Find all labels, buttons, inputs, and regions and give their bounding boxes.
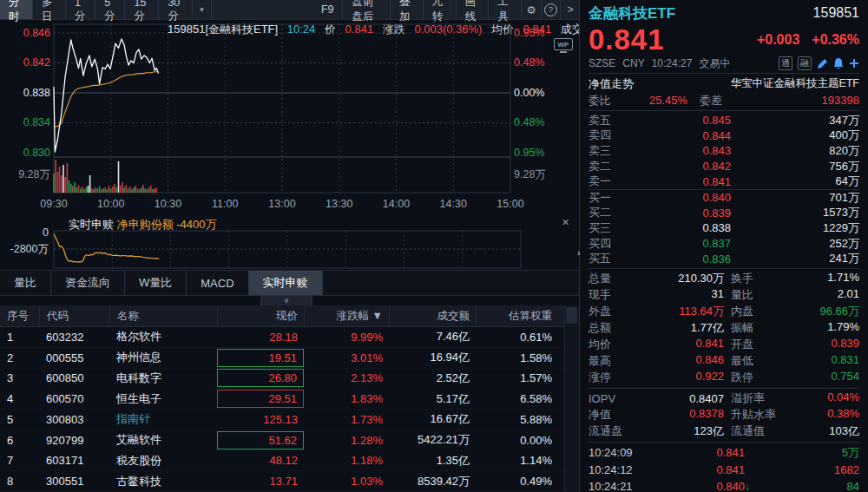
tab-MACD[interactable]: MACD [187, 271, 248, 295]
settings-gear-icon[interactable]: ⚙ [522, 0, 542, 19]
stock-name: 艾融软件 [109, 432, 217, 448]
toolbar-button-盘前盘后[interactable]: 盘前盘后 [343, 0, 391, 19]
period-tab-15分[interactable]: 15分 [125, 0, 159, 19]
col-header-估算权重[interactable]: 估算权重 [476, 305, 558, 326]
tick-volume: 1682 [757, 463, 859, 476]
table-row-300803[interactable]: 5300803指南针125.131.73%16.67亿5.88% [0, 410, 564, 430]
ask-2-volume: 756万 [755, 159, 859, 174]
col-header-成交额[interactable]: 成交额 [389, 305, 476, 326]
stock-change-pct: 2.13% [304, 371, 389, 384]
stat-label-开盘: 开盘 [724, 337, 753, 352]
period-tab-5分[interactable]: 5分 [95, 0, 125, 19]
stock-weight: 1.14% [476, 454, 558, 467]
bid-2[interactable]: 买二0.8391573万 [589, 206, 859, 221]
bid-5[interactable]: 买五0.836241万 [589, 251, 859, 266]
table-row-600850[interactable]: 3600850电科数字26.802.13%2.52亿1.57% [0, 369, 564, 390]
period-tab-分时[interactable]: 分时 [0, 0, 33, 19]
price-change-pct: +0.36% [812, 32, 859, 48]
stat-label-振幅: 振幅 [724, 320, 753, 336]
nav-trend-label[interactable]: 净值走势 [589, 76, 634, 92]
stock-price: 19.51 [217, 349, 304, 367]
help-icon[interactable]: ? [542, 0, 562, 19]
stat-row: 均价0.841开盘0.839 [589, 337, 859, 353]
constituents-table: 1603232格尔软件28.189.99%7.46亿0.61%2000555神州… [0, 327, 564, 492]
toolbar-button-工具[interactable]: 工具 [489, 0, 522, 19]
stat-label-涨停: 涨停 [589, 370, 611, 385]
table-row-603171[interactable]: 7603171税友股份48.121.18%1.35亿1.14% [0, 451, 564, 472]
toolbar-button-F9[interactable]: F9 [312, 0, 344, 19]
trading-status: 交易中 [699, 56, 730, 71]
row-index: 5 [0, 413, 39, 426]
weicha-value: 193398 [722, 94, 859, 107]
ask-5[interactable]: 卖五0.845347万 [589, 113, 859, 128]
time-tick-15:00: 15:00 [496, 198, 523, 210]
toolbar-button-画线[interactable]: 画线 [457, 0, 490, 19]
pct-tick-0: 0.95% [514, 27, 564, 39]
toolbar-button-九转[interactable]: 九转 [424, 0, 457, 19]
price-change: +0.003 [757, 32, 799, 48]
stat-label-跌停: 跌停 [724, 370, 753, 385]
ask-3[interactable]: 卖三0.843820万 [589, 143, 859, 159]
price-tick-0.838: 0.838 [0, 87, 50, 99]
table-row-000555[interactable]: 2000555神州信息19.513.01%16.94亿1.58% [0, 348, 564, 369]
stock-change-pct: 9.99% [304, 331, 389, 344]
timeshare-chart[interactable] [0, 19, 580, 215]
stock-code: 600570 [39, 392, 109, 405]
time-tick-13:00: 13:00 [268, 198, 295, 210]
table-row-600570[interactable]: 4600570恒生电子29.511.83%5.17亿6.58% [0, 389, 564, 410]
stock-name: 恒生电子 [109, 391, 217, 407]
stock-turnover: 16.67亿 [389, 411, 476, 427]
stat-value-最低: 0.831 [753, 353, 859, 369]
constituents-table-header: 序号代码名称现价涨跌幅 ▼成交额估算权重 [0, 305, 564, 327]
col-header-涨跌幅[interactable]: 涨跌幅 ▼ [304, 305, 389, 326]
tab-资金流向[interactable]: 资金流向 [51, 271, 125, 295]
stock-weight: 1.58% [476, 351, 558, 364]
subscription-chart[interactable] [0, 214, 580, 270]
period-tab-1分[interactable]: 1分 [66, 0, 95, 19]
table-scrollbar[interactable] [564, 305, 580, 492]
col-header-代码[interactable]: 代码 [39, 305, 109, 326]
stock-code: 603171 [39, 454, 109, 467]
stat-label-流通盘: 流通盘 [589, 423, 622, 439]
alert-bell-icon[interactable] [833, 58, 844, 69]
time-tick-09:30: 09:30 [40, 198, 67, 210]
table-row-603232[interactable]: 1603232格尔软件28.189.99%7.46亿0.61% [0, 327, 564, 348]
stat-value-现手: 31 [611, 287, 724, 303]
bid-1[interactable]: 买一0.840701万 [589, 190, 859, 206]
stock-price: 28.18 [217, 328, 304, 346]
stock-name: 税友股份 [109, 453, 217, 469]
stats-block-1: 总量210.30万换手1.71%现手31量比2.01外盘113.64万内盘96.… [589, 271, 859, 386]
stat-value-振幅: 1.79% [753, 320, 859, 336]
toolbar-button-叠加[interactable]: 叠加 [391, 0, 424, 19]
quote-time: 10:24:27 [652, 57, 693, 69]
expand-right-icon[interactable]: > [561, 0, 580, 19]
period-tab-30分[interactable]: 30分 [159, 0, 193, 19]
stock-price: 29.51 [217, 390, 304, 408]
col-header-名称[interactable]: 名称 [109, 305, 217, 326]
tab-量比[interactable]: 量比 [0, 271, 51, 295]
stat-label-内盘: 内盘 [724, 304, 753, 319]
stock-weight: 1.57% [476, 371, 558, 384]
ask-1[interactable]: 卖一0.84164万 [589, 174, 859, 189]
period-dropdown-icon[interactable]: ▾ [193, 0, 212, 19]
table-row-300551[interactable]: 8300551古鳌科技13.711.03%8539.42万0.49% [0, 471, 564, 492]
col-header-现价[interactable]: 现价 [217, 305, 304, 326]
stat-row: 现手31量比2.01 [589, 287, 859, 304]
tab-实时申赎[interactable]: 实时申赎 [249, 271, 323, 295]
tick-row-10:24:12: 10:24:120.8411682 [589, 461, 859, 478]
ask-levels: 卖五0.845347万卖四0.844400万卖三0.843820万卖二0.842… [589, 113, 859, 189]
table-scrollbar-thumb[interactable] [566, 307, 577, 324]
period-tab-多日[interactable]: 多日 [33, 0, 66, 19]
edit-pencil-icon[interactable] [817, 58, 828, 69]
col-header-序号[interactable]: 序号 [0, 305, 39, 326]
stat-value-跌停: 0.754 [753, 370, 859, 385]
ask-4[interactable]: 卖四0.844400万 [589, 128, 859, 144]
bid-3[interactable]: 买三0.8381229万 [589, 220, 859, 236]
add-watchlist-icon[interactable] [849, 58, 859, 69]
tab-W量比[interactable]: W量比 [125, 271, 187, 295]
bid-4[interactable]: 买四0.837252万 [589, 236, 859, 252]
table-row-920799[interactable]: 6920799艾融软件51.621.28%5422.21万0.00% [0, 430, 564, 451]
ask-4-price: 0.844 [623, 129, 755, 142]
ask-2[interactable]: 卖二0.842756万 [589, 159, 859, 174]
stat-value-换手: 1.71% [753, 271, 859, 286]
